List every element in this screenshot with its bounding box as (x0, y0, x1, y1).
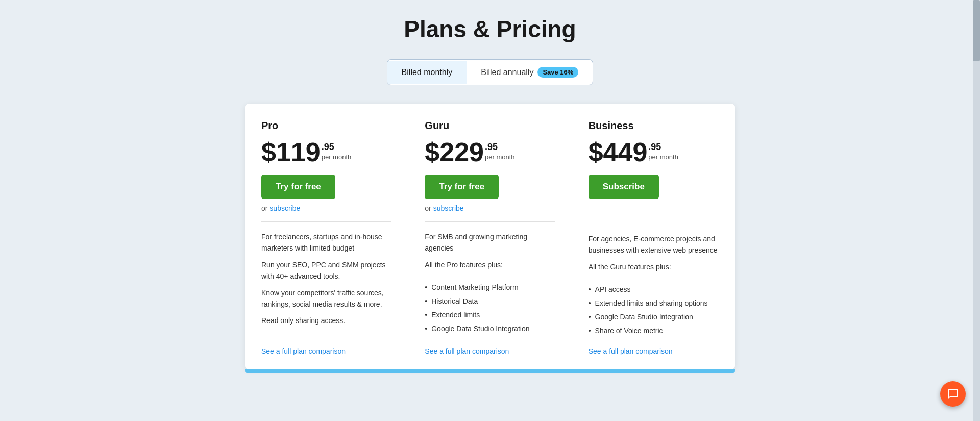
plan-card-pro: Pro $119 .95 per month Try for free or s… (245, 104, 408, 369)
guru-or-text: or (425, 204, 431, 212)
guru-or-subscribe: or subscribe (425, 204, 555, 212)
business-subscribe-button[interactable]: Subscribe (589, 175, 659, 199)
pro-price-period: per month (322, 153, 352, 162)
list-item: Share of Voice metric (589, 324, 719, 338)
guru-try-button[interactable]: Try for free (425, 175, 499, 199)
scrollbar-thumb[interactable] (973, 0, 980, 61)
pro-desc-1: Run your SEO, PPC and SMM projects with … (261, 259, 391, 282)
list-item: API access (589, 283, 719, 296)
guru-features-list: Content Marketing Platform Historical Da… (425, 281, 555, 336)
guru-price-period: per month (485, 153, 515, 162)
guru-price-row: $229 .95 per month (425, 139, 555, 165)
page-title: Plans & Pricing (404, 15, 576, 43)
pro-comparison-link[interactable]: See a full plan comparison (261, 347, 391, 355)
business-plan-name: Business (589, 120, 719, 132)
scrollbar-track[interactable] (973, 0, 980, 421)
chat-button[interactable] (940, 381, 966, 407)
chat-icon (947, 388, 959, 400)
pro-price-cents-block: .95 per month (322, 139, 352, 161)
list-item: Historical Data (425, 294, 555, 308)
business-price-period: per month (648, 153, 678, 162)
list-item: Extended limits and sharing options (589, 296, 719, 310)
pro-desc-2: Know your competitors' traffic sources, … (261, 287, 391, 310)
guru-divider (425, 221, 555, 222)
pro-price-cents: .95 (322, 142, 352, 153)
guru-desc-1: All the Pro features plus: (425, 259, 555, 270)
list-item: Google Data Studio Integration (589, 310, 719, 324)
business-price-cents: .95 (648, 142, 678, 153)
list-item: Google Data Studio Integration (425, 322, 555, 336)
pro-or-text: or (261, 204, 267, 212)
pro-price-main: $119 (261, 139, 321, 165)
billing-monthly-button[interactable]: Billed monthly (387, 61, 467, 84)
pro-or-subscribe: or subscribe (261, 204, 391, 212)
guru-plan-name: Guru (425, 120, 555, 132)
pro-plan-name: Pro (261, 120, 391, 132)
guru-desc-0: For SMB and growing marketing agencies (425, 231, 555, 254)
page-wrapper: Plans & Pricing Billed monthly Billed an… (0, 0, 980, 421)
guru-subscribe-link[interactable]: subscribe (433, 204, 464, 212)
pro-desc-3: Read only sharing access. (261, 315, 391, 326)
pro-try-button[interactable]: Try for free (261, 175, 335, 199)
billing-annual-label: Billed annually (481, 68, 533, 77)
billing-annual-button[interactable]: Billed annually Save 16% (467, 60, 593, 85)
pro-divider (261, 221, 391, 222)
business-features-list: API access Extended limits and sharing o… (589, 283, 719, 338)
pro-price-row: $119 .95 per month (261, 139, 391, 165)
list-item: Content Marketing Platform (425, 281, 555, 294)
business-price-cents-block: .95 per month (648, 139, 678, 161)
list-item: Extended limits (425, 308, 555, 322)
plans-container: Pro $119 .95 per month Try for free or s… (245, 104, 735, 369)
pro-desc-0: For freelancers, startups and in-house m… (261, 231, 391, 254)
save-badge: Save 16% (537, 67, 578, 78)
business-price-main: $449 (589, 139, 648, 165)
plan-card-guru: Guru $229 .95 per month Try for free or … (408, 104, 572, 369)
guru-price-cents-block: .95 per month (485, 139, 515, 161)
business-divider (589, 224, 719, 224)
plan-card-business: Business $449 .95 per month Subscribe Fo… (572, 104, 735, 369)
billing-toggle: Billed monthly Billed annually Save 16% (387, 59, 594, 85)
guru-comparison-link[interactable]: See a full plan comparison (425, 347, 555, 355)
bottom-bar (245, 369, 735, 373)
guru-price-cents: .95 (485, 142, 515, 153)
business-comparison-link[interactable]: See a full plan comparison (589, 347, 719, 355)
guru-price-main: $229 (425, 139, 484, 165)
business-desc-1: All the Guru features plus: (589, 261, 719, 273)
pro-subscribe-link[interactable]: subscribe (270, 204, 300, 212)
business-desc-0: For agencies, E-commerce projects and bu… (589, 233, 719, 256)
business-price-row: $449 .95 per month (589, 139, 719, 165)
